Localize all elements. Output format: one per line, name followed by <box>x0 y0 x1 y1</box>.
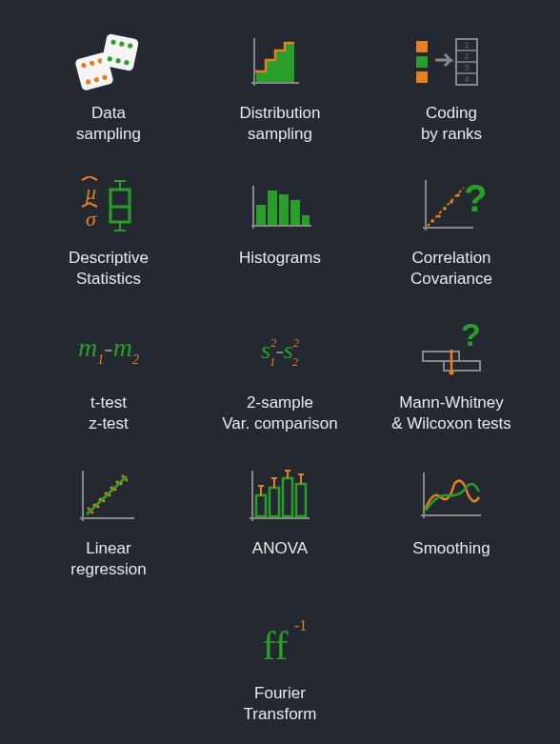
histogram-icon <box>237 173 323 240</box>
svg-rect-17 <box>285 43 294 83</box>
svg-rect-7 <box>101 33 139 71</box>
tool-t-test-z-test[interactable]: m1-m2 t-test z-test <box>42 318 175 434</box>
svg-text:1: 1 <box>464 40 469 50</box>
linear-regression-icon <box>66 464 151 531</box>
tool-distribution-sampling[interactable]: Distribution sampling <box>213 29 347 145</box>
svg-rect-16 <box>275 50 285 83</box>
svg-rect-20 <box>416 41 428 52</box>
svg-rect-21 <box>416 56 428 68</box>
tool-label: Smoothing <box>412 538 490 559</box>
var-comparison-icon: s21-s22 <box>237 318 323 385</box>
svg-text:?: ? <box>464 178 485 219</box>
svg-rect-43 <box>302 215 310 226</box>
tool-smoothing[interactable]: Smoothing <box>385 464 518 580</box>
svg-point-51 <box>443 207 447 211</box>
tool-anova[interactable]: ANOVA <box>213 464 347 580</box>
tool-histograms[interactable]: Histograms <box>213 173 347 290</box>
svg-point-52 <box>450 200 453 204</box>
tool-label: ANOVA <box>252 538 308 559</box>
svg-point-77 <box>122 474 125 477</box>
svg-point-74 <box>114 488 117 491</box>
tool-label: Descriptive Statistics <box>69 248 149 290</box>
tool-label: Distribution sampling <box>239 103 320 145</box>
ranks-icon: 1 2 3 4 <box>409 29 494 95</box>
svg-text:-1: -1 <box>294 617 307 633</box>
tool-data-sampling[interactable]: Data sampling <box>42 29 175 145</box>
svg-text:3: 3 <box>464 63 469 72</box>
fourier-icon: ff -1 <box>237 609 323 675</box>
tool-correlation-covariance[interactable]: ? Correlation Covariance <box>385 173 518 290</box>
tool-label: Fourier Transform <box>244 683 317 725</box>
tool-label: 2-sample Var. comparison <box>222 392 338 434</box>
tool-linear-regression[interactable]: Linear regression <box>42 464 175 580</box>
svg-point-72 <box>109 493 111 496</box>
svg-point-68 <box>97 505 100 508</box>
smoothing-icon <box>409 464 494 531</box>
tool-label: Data sampling <box>76 103 141 145</box>
tool-label: Coding by ranks <box>421 103 482 145</box>
svg-text:2: 2 <box>464 51 469 61</box>
svg-point-53 <box>456 193 460 197</box>
tool-coding-by-ranks[interactable]: 1 2 3 4 Coding by ranks <box>385 29 518 145</box>
mann-whitney-icon: ? <box>409 318 494 385</box>
svg-point-66 <box>91 511 94 513</box>
svg-rect-42 <box>290 200 300 226</box>
tool-label: Mann-Whitney & Wilcoxon tests <box>391 392 511 434</box>
svg-point-67 <box>93 503 96 506</box>
tool-label: Correlation Covariance <box>410 248 492 290</box>
svg-rect-87 <box>283 478 292 516</box>
tool-mann-whitney-wilcoxon[interactable]: ? Mann-Whitney & Wilcoxon tests <box>385 318 518 434</box>
tool-descriptive-statistics[interactable]: μ σ Descriptive Statistics <box>42 173 175 290</box>
svg-text:m1-m2: m1-m2 <box>78 332 139 367</box>
svg-point-60 <box>450 371 454 375</box>
svg-rect-39 <box>256 205 266 226</box>
svg-rect-40 <box>268 191 277 226</box>
tool-label: Histograms <box>239 248 321 269</box>
svg-rect-84 <box>270 488 279 516</box>
svg-rect-58 <box>444 361 480 371</box>
ttest-icon: m1-m2 <box>66 318 151 385</box>
svg-rect-22 <box>416 71 428 83</box>
svg-rect-15 <box>266 60 275 83</box>
svg-text:?: ? <box>461 323 481 352</box>
svg-point-65 <box>88 507 90 510</box>
tool-fourier-transform[interactable]: ff -1 Fourier Transform <box>213 609 347 725</box>
svg-line-64 <box>87 476 127 514</box>
svg-rect-81 <box>256 495 266 516</box>
descriptive-icon: μ σ <box>66 173 151 240</box>
svg-text:μ: μ <box>85 180 96 204</box>
tool-label: t-test z-test <box>89 392 129 434</box>
svg-text:ff: ff <box>262 624 288 668</box>
svg-rect-14 <box>256 71 266 83</box>
svg-text:σ: σ <box>86 207 97 231</box>
svg-rect-41 <box>279 194 289 226</box>
svg-text:s21-s22: s21-s22 <box>261 336 299 369</box>
svg-point-75 <box>116 480 119 483</box>
svg-point-76 <box>120 482 123 485</box>
anova-icon <box>237 464 323 531</box>
svg-point-71 <box>105 492 108 494</box>
correlation-icon: ? <box>409 173 494 240</box>
svg-point-70 <box>103 499 106 502</box>
svg-point-73 <box>110 486 113 489</box>
tools-grid: Data sampling Distribution sampling <box>0 0 560 744</box>
distribution-icon <box>237 29 323 95</box>
tool-label: Linear regression <box>70 538 146 580</box>
tool-two-sample-var[interactable]: s21-s22 2-sample Var. comparison <box>213 318 347 434</box>
svg-point-69 <box>99 497 102 500</box>
svg-point-49 <box>430 219 434 223</box>
svg-rect-90 <box>296 484 306 516</box>
svg-text:4: 4 <box>464 74 469 84</box>
svg-rect-57 <box>423 352 459 361</box>
svg-point-50 <box>437 214 441 218</box>
svg-point-78 <box>126 478 129 481</box>
dice-icon <box>66 29 151 95</box>
